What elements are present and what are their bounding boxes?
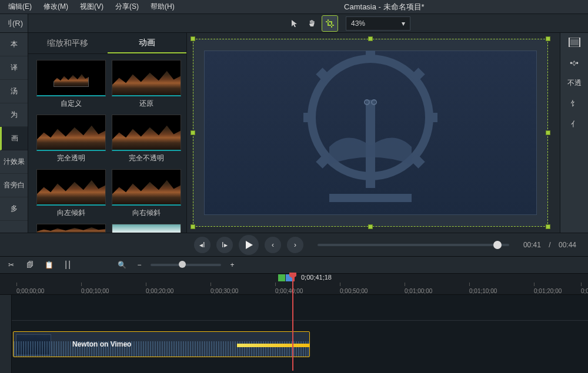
- svg-rect-1: [366, 51, 375, 62]
- track-lane-1[interactable]: Newton on Vimeo: [12, 331, 588, 357]
- paste-icon[interactable]: 📋: [42, 258, 55, 271]
- ruler-tick: 0;00;00;00: [16, 288, 44, 294]
- crop-handle[interactable]: [191, 36, 195, 41]
- rail-item-6[interactable]: 音旁白: [0, 174, 28, 197]
- thumb-restore[interactable]: 还原: [112, 60, 181, 111]
- thumb-label: 自定义: [61, 99, 82, 109]
- crop-handle[interactable]: [546, 130, 550, 135]
- canvas-zoom-dropdown[interactable]: 43% ▾: [346, 16, 410, 31]
- menu-share[interactable]: 分享(S): [109, 2, 145, 12]
- record-menu[interactable]: 刂(R): [0, 14, 28, 32]
- thumb-label: 完全不透明: [129, 153, 164, 163]
- prev-frame-button[interactable]: ◂Ⅰ: [194, 237, 211, 253]
- rail-item-3[interactable]: 为: [0, 103, 28, 127]
- zoom-in-button[interactable]: +: [226, 258, 239, 271]
- timeline-tracks[interactable]: Newton on Vimeo: [0, 295, 588, 373]
- pointer-tool-icon[interactable]: [287, 16, 302, 31]
- thumb-label: 完全透明: [57, 153, 85, 163]
- thumb-custom[interactable]: 自定义: [36, 60, 106, 111]
- canvas-content[interactable]: [204, 51, 537, 215]
- crop-handle[interactable]: [368, 224, 373, 229]
- rail-item-2[interactable]: 汤: [0, 80, 28, 103]
- crop-tool-icon[interactable]: [322, 16, 338, 31]
- thumb-fully-opaque[interactable]: 完全不透明: [112, 115, 181, 166]
- prev-marker-button[interactable]: ‹: [265, 237, 281, 253]
- app-title: Camtasia - 未命名项目*: [344, 2, 425, 12]
- canvas-zoom-value: 43%: [351, 19, 365, 28]
- menu-edit[interactable]: 编辑(E): [2, 2, 38, 12]
- seek-slider[interactable]: [318, 244, 509, 246]
- next-frame-button[interactable]: Ⅰ▸: [216, 237, 233, 253]
- svg-rect-10: [329, 194, 412, 202]
- right-properties-rail: •◊• 不透 饣 亻: [560, 33, 588, 233]
- svg-rect-16: [579, 38, 580, 47]
- menu-help[interactable]: 帮助(H): [145, 2, 181, 12]
- rail-item-5[interactable]: 汁效果: [0, 150, 28, 174]
- thumb-extra-1[interactable]: [36, 224, 106, 233]
- cut-icon[interactable]: ✂: [5, 258, 18, 271]
- next-marker-button[interactable]: ›: [287, 237, 303, 253]
- right-label-3[interactable]: 亻: [571, 119, 578, 129]
- thumb-extra-2[interactable]: [112, 224, 181, 233]
- filmstrip-icon[interactable]: [569, 38, 580, 49]
- crop-handle[interactable]: [546, 224, 550, 229]
- rail-item-0[interactable]: 本: [0, 33, 28, 56]
- svg-rect-15: [569, 38, 570, 47]
- crop-handle[interactable]: [191, 224, 195, 229]
- clip-label: Newton on Vimeo: [72, 340, 131, 348]
- pan-tool-icon[interactable]: [305, 16, 320, 31]
- main-area: 本 译 汤 为 画 汁效果 音旁白 多 缩放和平移 动画 自定义 还原: [0, 33, 588, 233]
- right-label-opacity[interactable]: 不透: [567, 78, 582, 88]
- ruler-tick: 0;00;10;00: [81, 288, 109, 294]
- preview-canvas[interactable]: [187, 33, 560, 233]
- timeline-ruler[interactable]: 0;00;00;00 0;00;10;00 0;00;20;00 0;00;30…: [0, 283, 588, 294]
- right-label-2[interactable]: 饣: [571, 99, 578, 109]
- tab-animation[interactable]: 动画: [108, 33, 187, 53]
- ruler-tick: 0;00;30;00: [211, 288, 238, 294]
- transition-icon[interactable]: •◊•: [570, 59, 578, 68]
- playback-bar: ◂Ⅰ Ⅰ▸ ‹ › 00:41 / 00:44: [0, 233, 588, 256]
- canvas-crop-bounds[interactable]: [193, 39, 548, 227]
- rail-item-7[interactable]: 多: [0, 197, 28, 221]
- thumb-tilt-left[interactable]: 向左倾斜: [36, 169, 106, 220]
- seek-knob[interactable]: [493, 241, 502, 249]
- chevron-down-icon: ▾: [402, 19, 405, 28]
- svg-rect-14: [570, 39, 579, 45]
- timeline-clip[interactable]: Newton on Vimeo: [13, 331, 310, 357]
- crop-handle[interactable]: [546, 36, 550, 41]
- time-sep: /: [547, 241, 553, 249]
- timeline-toolbar: ✂ 🗐 📋 ⎮⎮ 🔍 − +: [0, 256, 588, 274]
- split-icon[interactable]: ⎮⎮: [61, 258, 74, 271]
- marker-green[interactable]: [278, 274, 285, 281]
- copy-icon[interactable]: 🗐: [24, 258, 36, 271]
- ruler-tick: 0;01;3: [581, 288, 588, 294]
- rail-item-1[interactable]: 译: [0, 56, 28, 80]
- tab-zoom-pan[interactable]: 缩放和平移: [28, 33, 108, 53]
- thumb-label: 向左倾斜: [57, 208, 85, 218]
- track-headers[interactable]: [0, 295, 12, 373]
- thumb-tilt-right[interactable]: 向右倾斜: [112, 169, 181, 220]
- zoom-search-icon[interactable]: 🔍: [115, 258, 128, 271]
- top-strip: 刂(R) 43% ▾: [0, 14, 588, 33]
- zoom-knob[interactable]: [179, 261, 186, 268]
- crop-handle[interactable]: [368, 36, 373, 41]
- play-button[interactable]: [239, 235, 259, 255]
- ruler-tick: 0;00;20;00: [146, 288, 173, 294]
- track-lane-empty[interactable]: [12, 295, 588, 321]
- ruler-tick: 0;01;10;00: [469, 288, 497, 294]
- animation-arrow-icon[interactable]: [237, 344, 310, 347]
- svg-rect-3: [303, 113, 315, 122]
- crop-handle[interactable]: [191, 130, 195, 135]
- thumb-label: 向右倾斜: [132, 208, 161, 218]
- playhead[interactable]: [292, 274, 293, 371]
- menu-view[interactable]: 视图(V): [74, 2, 109, 12]
- menu-modify[interactable]: 修改(M): [38, 2, 74, 12]
- timeline-zoom-slider[interactable]: [151, 264, 221, 266]
- menubar: 编辑(E) 修改(M) 视图(V) 分享(S) 帮助(H) Camtasia -…: [0, 0, 588, 14]
- ruler-tick: 0;01;20;00: [534, 288, 562, 294]
- thumb-fully-transparent[interactable]: 完全透明: [36, 115, 106, 166]
- zoom-out-button[interactable]: −: [133, 258, 146, 271]
- rail-item-4[interactable]: 画: [0, 127, 28, 150]
- gear-graphic-icon: [294, 47, 447, 211]
- time-total: 00:44: [559, 241, 576, 249]
